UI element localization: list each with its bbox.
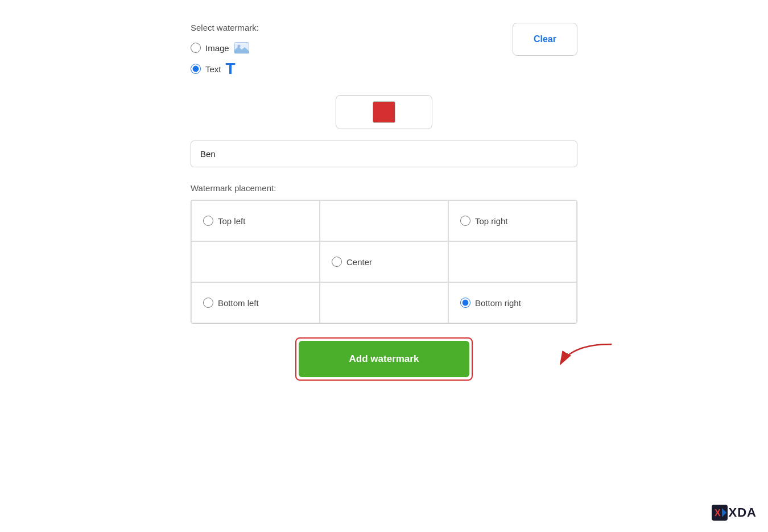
placement-cell-center-left bbox=[191, 241, 320, 282]
text-label[interactable]: Text bbox=[205, 64, 221, 74]
select-watermark-label: Select watermark: bbox=[191, 23, 259, 32]
add-button-border: Add watermark bbox=[295, 337, 473, 381]
svg-text:X: X bbox=[715, 508, 721, 518]
placement-cell-center-right bbox=[448, 241, 577, 282]
text-radio[interactable] bbox=[191, 64, 201, 74]
placement-cell-bottom-left[interactable]: Bottom left bbox=[191, 282, 320, 323]
placement-cell-bottom-right[interactable]: Bottom right bbox=[448, 282, 577, 323]
placement-cell-top-right[interactable]: Top right bbox=[448, 200, 577, 241]
image-icon bbox=[234, 42, 250, 54]
placement-cell-top-left[interactable]: Top left bbox=[191, 200, 320, 241]
placement-cell-center[interactable]: Center bbox=[320, 241, 448, 282]
watermark-type-section: Select watermark: Image bbox=[191, 23, 259, 88]
xda-logo-icon: X bbox=[712, 505, 728, 521]
image-option-row[interactable]: Image bbox=[191, 42, 259, 54]
color-picker-wrapper[interactable] bbox=[336, 95, 432, 129]
bottom-left-radio[interactable] bbox=[203, 298, 213, 308]
arrow-icon bbox=[555, 339, 623, 373]
add-watermark-button[interactable]: Add watermark bbox=[299, 341, 469, 377]
placement-cell-bottom-center bbox=[320, 282, 448, 323]
center-label: Center bbox=[346, 257, 372, 267]
header-row: Select watermark: Image bbox=[191, 23, 577, 88]
top-left-radio[interactable] bbox=[203, 216, 213, 226]
bottom-left-label: Bottom left bbox=[218, 298, 259, 308]
top-right-label: Top right bbox=[475, 216, 508, 226]
placement-label: Watermark placement: bbox=[191, 183, 577, 193]
main-container: Select watermark: Image bbox=[191, 11, 577, 403]
watermark-type-radio-group: Image Text T bbox=[191, 42, 259, 77]
top-right-radio[interactable] bbox=[460, 216, 470, 226]
xda-logo: X XDA bbox=[712, 505, 757, 521]
bottom-right-label: Bottom right bbox=[475, 298, 521, 308]
color-swatch[interactable] bbox=[373, 101, 395, 123]
center-radio[interactable] bbox=[332, 257, 342, 267]
image-label[interactable]: Image bbox=[205, 43, 229, 53]
watermark-text-input[interactable] bbox=[191, 141, 577, 167]
image-radio[interactable] bbox=[191, 43, 201, 53]
placement-cell-top-center bbox=[320, 200, 448, 241]
top-left-label: Top left bbox=[218, 216, 245, 226]
text-icon: T bbox=[226, 61, 236, 77]
arrow-container bbox=[555, 339, 623, 375]
placement-grid: Top left Top right Center Bottom left Bo… bbox=[191, 200, 577, 324]
text-option-row[interactable]: Text T bbox=[191, 61, 259, 77]
bottom-right-radio[interactable] bbox=[460, 298, 470, 308]
clear-button[interactable]: Clear bbox=[513, 23, 577, 56]
add-button-wrapper: Add watermark bbox=[191, 337, 577, 381]
xda-logo-text: XDA bbox=[729, 505, 757, 520]
